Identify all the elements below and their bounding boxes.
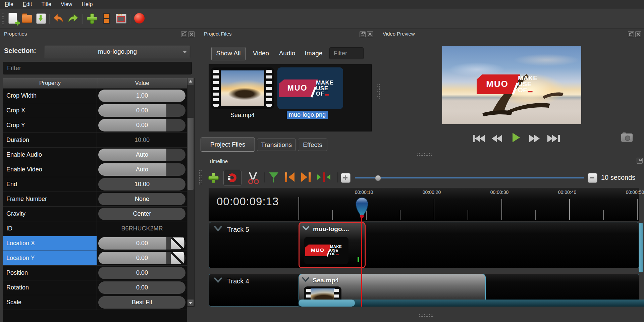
choose-profile-icon[interactable] — [101, 12, 113, 24]
clip-muo-logo-selected[interactable]: muo-logo.... MUO MAKEUSEOF — [299, 222, 366, 268]
keyframe-interpolation-icon[interactable] — [171, 237, 184, 249]
filter-audio-button[interactable]: Audio — [277, 47, 297, 60]
properties-float-icon[interactable] — [181, 31, 187, 37]
table-row[interactable]: Enable Video Auto — [3, 162, 187, 177]
playhead-marker[interactable] — [355, 196, 369, 220]
clip-menu-chevron-icon[interactable] — [302, 226, 310, 230]
jump-to-start-icon[interactable] — [472, 133, 488, 144]
menu-file[interactable]: File — [5, 1, 13, 7]
timeline-horizontal-scrollbar[interactable] — [299, 300, 644, 307]
play-icon[interactable] — [510, 131, 525, 143]
menu-edit[interactable]: Edit — [23, 1, 32, 7]
file-name[interactable]: Sea.mp4 — [211, 112, 274, 119]
properties-table-header[interactable]: Property Value — [3, 78, 187, 89]
zoom-slider-track[interactable] — [355, 177, 584, 178]
table-row[interactable]: Gravity Center — [3, 207, 187, 221]
playhead-line[interactable] — [361, 217, 362, 307]
add-track-icon[interactable] — [207, 172, 219, 184]
scroll-down-icon[interactable] — [187, 300, 194, 306]
table-row-selected[interactable]: Location X 0.00 — [3, 236, 187, 251]
table-row[interactable]: Rotation 0.00 — [3, 280, 187, 295]
save-project-icon[interactable] — [35, 12, 47, 24]
scrollbar-thumb[interactable] — [187, 118, 194, 190]
filter-show-all-button[interactable]: Show All — [211, 47, 246, 60]
table-row[interactable]: End 10.00 — [3, 177, 187, 192]
properties-scrollbar[interactable] — [187, 78, 195, 307]
file-thumbnail-muo-logo[interactable]: MUO MAKEUSEOF — [277, 67, 343, 109]
menu-help[interactable]: Help — [82, 1, 93, 7]
previous-marker-icon[interactable] — [284, 172, 295, 183]
menu-view[interactable]: View — [61, 1, 72, 7]
filter-image-button[interactable]: Image — [303, 47, 324, 60]
timeline-float-icon[interactable] — [637, 158, 643, 164]
jump-to-end-icon[interactable] — [546, 133, 561, 144]
table-row[interactable]: Crop X 0.00 — [3, 103, 187, 118]
menu-title[interactable]: Title — [41, 1, 51, 7]
track-collapse-chevron-icon[interactable] — [214, 226, 222, 231]
table-row[interactable]: Crop Width 1.00 — [3, 89, 187, 103]
record-icon[interactable] — [133, 12, 146, 24]
add-marker-icon[interactable] — [268, 172, 280, 184]
file-name-selected[interactable]: muo-logo.png — [287, 111, 328, 119]
scroll-up-icon[interactable] — [187, 78, 194, 85]
video-preview-close-icon[interactable] — [635, 31, 641, 37]
keyframe-interpolation-icon[interactable] — [171, 252, 184, 264]
project-files-filter-input[interactable] — [329, 47, 364, 59]
tab-project-files[interactable]: Project Files — [201, 138, 255, 152]
table-row[interactable]: Scale Best Fit — [3, 295, 187, 310]
bottom-splitter-handle[interactable] — [419, 314, 434, 317]
filter-video-button[interactable]: Video — [251, 47, 271, 60]
clip-menu-chevron-icon[interactable] — [302, 277, 309, 282]
project-files-float-icon[interactable] — [360, 31, 366, 37]
properties-filter-input[interactable] — [3, 62, 192, 74]
timeline-vertical-scrollbar[interactable] — [639, 223, 643, 272]
video-preview-float-icon[interactable] — [628, 31, 634, 37]
razor-icon[interactable] — [247, 172, 259, 184]
tab-effects[interactable]: Effects — [298, 139, 327, 151]
fast-forward-icon[interactable] — [528, 133, 543, 144]
property-value: 0.00 — [97, 118, 187, 132]
zoom-in-icon[interactable] — [341, 173, 351, 183]
rewind-icon[interactable] — [490, 133, 506, 144]
property-value: 10.00 — [97, 177, 187, 192]
new-project-icon[interactable] — [7, 12, 19, 24]
table-row[interactable]: Crop Y 0.00 — [3, 118, 187, 133]
table-row[interactable]: Frame Number None — [3, 192, 187, 207]
export-video-icon[interactable] — [115, 12, 127, 24]
muo-logo-graphic: MUO MAKEUSEOF — [279, 79, 342, 97]
column-header-value[interactable]: Value — [97, 78, 187, 88]
snapping-toggle-icon[interactable] — [223, 170, 241, 186]
timeline-toolbar-drag-handle[interactable] — [199, 170, 202, 185]
table-row-selected[interactable]: Location Y 0.00 — [3, 251, 187, 266]
zoom-slider-handle[interactable] — [375, 175, 381, 181]
redo-icon[interactable] — [67, 12, 79, 24]
properties-close-icon[interactable] — [189, 31, 195, 37]
timeline-toolbar-separator — [264, 172, 265, 182]
project-files-close-icon[interactable] — [367, 31, 373, 37]
table-row[interactable]: Position 0.00 — [3, 266, 187, 280]
file-thumbnail-sea[interactable] — [211, 67, 274, 109]
property-name: Frame Number — [3, 192, 97, 206]
capture-frame-icon[interactable] — [621, 133, 633, 142]
open-project-icon[interactable] — [21, 12, 33, 24]
undo-icon[interactable] — [52, 12, 64, 24]
keyframe-indicator — [358, 257, 359, 262]
scrollbar-thumb[interactable] — [299, 300, 355, 307]
import-files-icon[interactable] — [86, 12, 98, 24]
splitter-handle[interactable] — [417, 153, 432, 156]
column-header-property[interactable]: Property — [3, 78, 97, 88]
zoom-out-icon[interactable] — [588, 173, 597, 183]
tab-transitions[interactable]: Transitions — [257, 139, 296, 151]
panel-resize-handle[interactable] — [377, 84, 380, 99]
track-row-5[interactable]: Track 5 — [209, 222, 639, 268]
timeline-ruler[interactable]: 00:00:09:13 00:00:10 00:00:20 00:00:30 0… — [209, 188, 639, 221]
track-collapse-chevron-icon[interactable] — [214, 277, 222, 283]
table-row[interactable]: Enable Audio Auto — [3, 148, 187, 162]
table-row[interactable]: Duration 10.00 — [3, 133, 187, 148]
next-marker-icon[interactable] — [301, 172, 311, 183]
toolbar-drag-handle[interactable] — [1, 12, 5, 25]
logo-abbr: MUO — [308, 247, 328, 253]
center-playhead-icon[interactable] — [317, 172, 333, 183]
selection-dropdown[interactable]: muo-logo.png — [45, 46, 190, 58]
table-row[interactable]: ID B6RHUCK2MR — [3, 221, 187, 236]
